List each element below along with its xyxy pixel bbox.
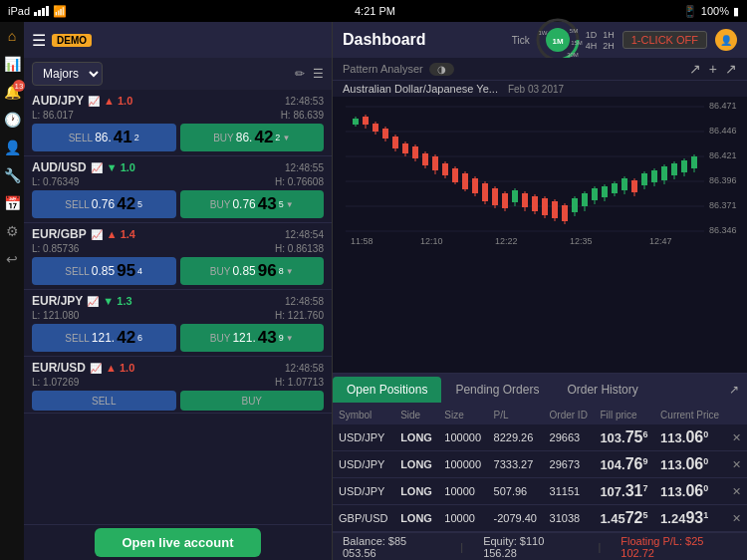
instrument-high-audusd: H: 0.76608 xyxy=(275,176,324,187)
chart-trend-icon-eurjpy: 📈 xyxy=(87,296,99,307)
candlestick-chart: 86.471 86.446 86.421 86.396 86.371 86.34… xyxy=(333,97,747,246)
instrument-low-eurgbp: L: 0.85736 xyxy=(32,243,79,254)
sell-button-eurusd[interactable]: SELL xyxy=(32,391,176,411)
hamburger-icon[interactable]: ☰ xyxy=(32,31,46,50)
sidebar-item-settings[interactable]: ⚙ xyxy=(2,221,22,241)
instrument-time-audusd: 12:48:55 xyxy=(285,162,324,173)
edit-icon[interactable]: ✏ xyxy=(295,67,305,81)
svg-rect-62 xyxy=(552,201,558,218)
watchlist-select[interactable]: Majors xyxy=(32,62,103,86)
close-position-button[interactable]: ✕ xyxy=(732,458,741,470)
positions-table: Symbol Side Size P/L Order ID Fill price… xyxy=(333,406,747,532)
expand-table-icon[interactable]: ↗ xyxy=(729,383,747,397)
svg-rect-36 xyxy=(422,153,428,165)
tf-1h[interactable]: 1H xyxy=(603,30,615,40)
position-currentprice: 113.060 xyxy=(654,478,726,505)
left-header: ☰ DEMO xyxy=(24,22,332,58)
svg-text:12:10: 12:10 xyxy=(420,236,443,246)
floating-pl-label: Floating P/L: $25 102.72 xyxy=(621,535,737,559)
plus-icon[interactable]: + xyxy=(709,61,717,77)
col-orderid: Order ID xyxy=(544,406,595,424)
watchlist-actions: ✏ ☰ xyxy=(295,67,324,81)
chart-date-label: Feb 03 2017 xyxy=(508,84,564,95)
position-side: LONG xyxy=(394,505,438,532)
tab-open-positions[interactable]: Open Positions xyxy=(333,377,441,403)
sidebar-item-exit[interactable]: ↩ xyxy=(2,249,22,269)
sell-button-eurjpy[interactable]: SELL 121.426 xyxy=(32,324,176,352)
buy-button-audusd[interactable]: BUY 0.76435 ▼ xyxy=(180,190,325,218)
avatar-icon: 👤 xyxy=(715,29,737,51)
svg-rect-56 xyxy=(522,193,528,207)
list-icon[interactable]: ☰ xyxy=(313,67,324,81)
instrument-time-eurgbp: 12:48:54 xyxy=(285,229,324,240)
tf-2h[interactable]: 2H xyxy=(603,41,615,51)
tick-label[interactable]: Tick xyxy=(512,35,530,46)
sell-button-eurgbp[interactable]: SELL 0.85954 xyxy=(32,257,176,285)
instrument-low-audjpy: L: 86.017 xyxy=(32,110,74,121)
svg-rect-64 xyxy=(562,205,568,221)
svg-rect-54 xyxy=(512,190,518,202)
sidebar-item-home[interactable]: ⌂ xyxy=(2,26,22,46)
sidebar-item-charts[interactable]: 📊 xyxy=(2,54,22,74)
instrument-low-eurusd: L: 1.07269 xyxy=(32,377,79,388)
sidebar-item-clock[interactable]: 🕐 xyxy=(2,110,22,130)
position-fillprice: 103.756 xyxy=(594,424,654,451)
instrument-item-eurgbp: EUR/GBP 📈 ▲ 1.4 12:48:54 L: 0.85736 H: 0… xyxy=(24,223,332,290)
position-fillprice: 1.45725 xyxy=(594,505,654,532)
tab-pending-orders[interactable]: Pending Orders xyxy=(441,377,553,403)
sell-button-audjpy[interactable]: SELL 86.412 xyxy=(32,124,176,151)
instrument-item-eurjpy: EUR/JPY 📈 ▼ 1.3 12:48:58 L: 121.080 H: 1… xyxy=(24,290,332,357)
instrument-name-eurgbp: EUR/GBP xyxy=(32,227,87,241)
pattern-analyser-toggle[interactable]: ◑ xyxy=(429,63,454,76)
position-size: 10000 xyxy=(438,478,487,505)
svg-rect-88 xyxy=(681,160,687,172)
expand-icon[interactable]: ↗ xyxy=(725,61,737,77)
buy-button-eurusd[interactable]: BUY xyxy=(180,391,325,411)
col-size: Size xyxy=(438,406,487,424)
sidebar-item-user[interactable]: 👤 xyxy=(2,138,22,157)
sidebar-item-alerts[interactable]: 🔔13 xyxy=(2,82,22,102)
buy-button-eurjpy[interactable]: BUY 121.439 ▼ xyxy=(180,324,325,352)
tf-4h[interactable]: 4H xyxy=(586,41,598,51)
instrument-low-eurjpy: L: 121.080 xyxy=(32,310,79,321)
instrument-item-eurusd: EUR/USD 📈 ▲ 1.0 12:48:58 L: 1.07269 H: 1… xyxy=(24,357,332,414)
instrument-name-eurusd: EUR/USD xyxy=(32,361,86,375)
col-pl: P/L xyxy=(488,406,544,424)
sidebar-item-tools[interactable]: 🔧 xyxy=(2,165,22,185)
instrument-name-eurjpy: EUR/JPY xyxy=(32,294,83,308)
close-position-button[interactable]: ✕ xyxy=(732,431,741,443)
svg-rect-42 xyxy=(452,168,458,182)
close-position-button[interactable]: ✕ xyxy=(732,512,741,524)
tab-order-history[interactable]: Order History xyxy=(553,377,651,403)
sell-button-audusd[interactable]: SELL 0.76425 xyxy=(32,190,176,218)
tf-1d[interactable]: 1D xyxy=(586,30,598,40)
table-row: USD/JPY LONG 100000 8229.26 29663 103.75… xyxy=(333,424,747,451)
status-left: iPad 📶 xyxy=(8,5,67,18)
pattern-analyser-bar: Pattern Analyser ◑ ↗ + ↗ xyxy=(333,58,747,81)
instrument-low-audusd: L: 0.76349 xyxy=(32,176,79,187)
instrument-change-eurjpy: ▼ 1.3 xyxy=(103,295,131,307)
svg-text:86.421: 86.421 xyxy=(709,150,737,160)
demo-badge: DEMO xyxy=(52,34,92,47)
position-side: LONG xyxy=(394,424,438,451)
position-pl: 7333.27 xyxy=(488,451,544,478)
position-orderid: 29663 xyxy=(544,424,595,451)
share-icon[interactable]: ↗ xyxy=(689,61,701,77)
instrument-change-eurgbp: ▲ 1.4 xyxy=(107,228,135,240)
open-live-account-button[interactable]: Open live account xyxy=(95,528,262,557)
svg-rect-28 xyxy=(382,129,388,139)
chart-trend-icon-audusd: 📈 xyxy=(91,162,103,173)
watchlist-header: Majors ✏ ☰ xyxy=(24,58,332,90)
col-side: Side xyxy=(394,406,438,424)
one-click-button[interactable]: 1-CLICK OFF xyxy=(622,31,707,49)
table-row: USD/JPY LONG 100000 7333.27 29673 104.76… xyxy=(333,451,747,478)
sidebar-item-calendar[interactable]: 📅 xyxy=(2,193,22,213)
position-orderid: 31038 xyxy=(544,505,595,532)
svg-text:12:22: 12:22 xyxy=(495,236,518,246)
close-position-button[interactable]: ✕ xyxy=(732,485,741,497)
svg-rect-58 xyxy=(532,196,538,211)
right-panel: Dashboard Tick 1M 5M 15M 30M 1W xyxy=(333,22,747,560)
instrument-item-audusd: AUD/USD 📈 ▼ 1.0 12:48:55 L: 0.76349 H: 0… xyxy=(24,156,332,223)
buy-button-audjpy[interactable]: BUY 86.422 ▼ xyxy=(180,124,325,151)
buy-button-eurgbp[interactable]: BUY 0.85968 ▼ xyxy=(180,257,325,285)
